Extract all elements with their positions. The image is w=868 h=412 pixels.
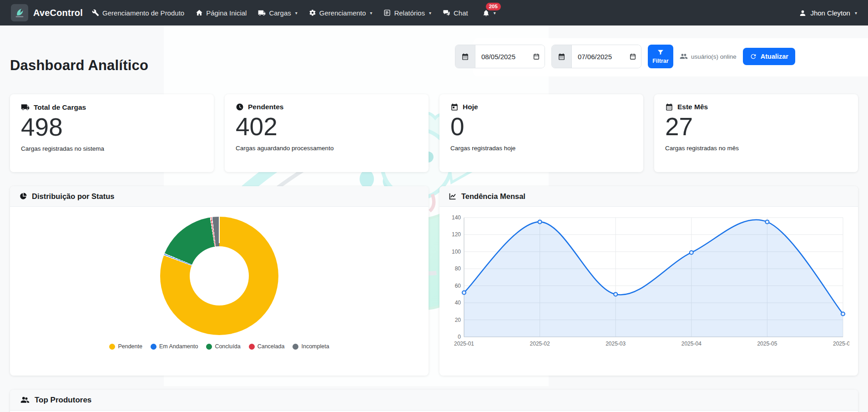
- stats-row: Total de Cargas 498 Cargas registradas n…: [10, 94, 858, 172]
- svg-text:2025-06: 2025-06: [833, 341, 849, 347]
- calendar-addon-icon: [552, 45, 572, 68]
- svg-text:60: 60: [455, 283, 461, 289]
- wrench-icon: [92, 9, 99, 16]
- nav-label: Página Inicial: [206, 9, 247, 17]
- legend-dot: [151, 344, 156, 350]
- user-menu[interactable]: Jhon Cleyton ▾: [799, 9, 857, 17]
- chevron-down-icon: ▾: [429, 10, 431, 15]
- calendar-icon: [665, 103, 673, 111]
- legend-dot: [293, 344, 298, 350]
- filter-button-label: Filtrar: [652, 58, 668, 64]
- top-producers-card: Top Produtores: [10, 390, 858, 412]
- refresh-icon: [750, 53, 757, 60]
- stat-card-total-cargas: Total de Cargas 498 Cargas registradas n…: [10, 94, 214, 172]
- status-chart-title: Distribuição por Status: [32, 192, 115, 201]
- charts-row: Distribuição por Status PendenteEm Andam…: [10, 186, 858, 376]
- chart-bar-icon: [384, 9, 391, 16]
- truck-icon: [258, 9, 266, 17]
- users-icon: [680, 52, 688, 61]
- stat-card-pendentes: Pendentes 402 Cargas aguardando processa…: [225, 94, 429, 172]
- svg-text:100: 100: [452, 249, 461, 255]
- clock-icon: [236, 103, 244, 111]
- chevron-down-icon: ▾: [855, 10, 857, 15]
- nav-label: Gerenciamento: [319, 9, 366, 17]
- nav-menu: Gerenciamento de Produto Página Inicial …: [92, 9, 496, 17]
- svg-text:140: 140: [452, 214, 461, 221]
- page-title: Dashboard Analítico: [10, 57, 148, 74]
- stat-card-hoje: Hoje 0 Cargas registradas hoje: [439, 94, 643, 172]
- nav-label: Cargas: [269, 9, 291, 17]
- stat-title: Pendentes: [248, 103, 283, 111]
- filter-button[interactable]: Filtrar: [648, 45, 673, 68]
- brand-logo-icon: [11, 4, 28, 21]
- stat-title: Hoje: [463, 103, 478, 111]
- chat-icon: [443, 9, 450, 17]
- top-producers-title: Top Produtores: [35, 396, 91, 405]
- end-date-picker-icon[interactable]: [625, 45, 641, 68]
- trend-chart: 0204060801001201402025-012025-022025-032…: [439, 207, 858, 358]
- status-legend: PendenteEm AndamentoConcluídaCanceladaIn…: [109, 343, 329, 350]
- legend-dot: [249, 344, 255, 350]
- brand-name: AveControl: [33, 8, 83, 18]
- svg-text:120: 120: [452, 231, 461, 238]
- stat-value: 27: [665, 113, 847, 141]
- nav-item-relatorios[interactable]: Relatórios ▾: [384, 9, 431, 17]
- nav-item-gerenciamento-de-produto[interactable]: Gerenciamento de Produto: [92, 9, 184, 17]
- svg-text:0: 0: [458, 334, 461, 340]
- calendar-addon-icon: [455, 45, 475, 68]
- trend-chart-title: Tendência Mensal: [461, 192, 525, 201]
- pie-chart-icon: [19, 192, 27, 200]
- user-name: Jhon Cleyton: [810, 9, 850, 17]
- funnel-icon: [657, 49, 664, 56]
- brand[interactable]: AveControl: [11, 4, 83, 21]
- svg-text:20: 20: [455, 317, 461, 323]
- nav-item-pagina-inicial[interactable]: Página Inicial: [196, 9, 247, 17]
- stat-subtitle: Cargas registradas no sistema: [21, 145, 203, 152]
- stat-card-este-mes: Este Mês 27 Cargas registradas no mês: [654, 94, 858, 172]
- svg-text:2025-01: 2025-01: [454, 341, 474, 347]
- stat-subtitle: Cargas registradas no mês: [665, 145, 847, 152]
- nav-item-chat[interactable]: Chat: [443, 9, 468, 17]
- stat-value: 0: [450, 113, 632, 141]
- stat-title: Este Mês: [677, 103, 708, 111]
- notifications-bell[interactable]: 205 ▾: [482, 9, 496, 17]
- legend-item-incompleta[interactable]: Incompleta: [293, 343, 329, 350]
- truck-icon: [21, 103, 30, 112]
- stat-value: 498: [21, 113, 203, 142]
- nav-label: Relatórios: [394, 9, 425, 17]
- svg-text:40: 40: [455, 300, 461, 306]
- stat-value: 402: [236, 113, 418, 141]
- online-users-label: usuário(s) online: [691, 53, 737, 60]
- nav-label: Chat: [454, 9, 468, 17]
- svg-text:2025-02: 2025-02: [530, 341, 550, 347]
- stat-subtitle: Cargas registradas hoje: [450, 145, 632, 152]
- legend-item-pendente[interactable]: Pendente: [109, 343, 142, 350]
- refresh-button-label: Atualizar: [761, 53, 788, 60]
- notifications-badge: 205: [486, 3, 501, 11]
- start-date-input[interactable]: [475, 45, 528, 68]
- online-users: usuário(s) online: [680, 52, 737, 61]
- line-chart-icon: [449, 192, 457, 200]
- user-icon: [799, 9, 807, 17]
- calendar-day-icon: [450, 103, 459, 111]
- start-date-picker-icon[interactable]: [528, 45, 545, 68]
- end-date-input[interactable]: [572, 45, 625, 68]
- dashboard-page: Dashboard Analítico: [0, 25, 868, 412]
- filter-bar: Filtrar usuário(s) online Atualizar: [449, 38, 858, 75]
- start-date-group: [455, 45, 545, 68]
- legend-item-em-andamento[interactable]: Em Andamento: [151, 343, 198, 350]
- legend-item-cancelada[interactable]: Cancelada: [249, 343, 285, 350]
- legend-dot: [206, 344, 212, 350]
- home-icon: [196, 9, 203, 16]
- refresh-button[interactable]: Atualizar: [743, 48, 795, 65]
- chevron-down-icon: ▾: [295, 10, 298, 15]
- nav-item-cargas[interactable]: Cargas ▾: [258, 9, 297, 17]
- legend-item-concluída[interactable]: Concluída: [206, 343, 240, 350]
- monthly-trend-card: Tendência Mensal 0204060801001201402025-…: [439, 186, 858, 376]
- svg-text:2025-04: 2025-04: [681, 341, 701, 347]
- nav-item-gerenciamento[interactable]: Gerenciamento ▾: [309, 9, 373, 17]
- end-date-group: [551, 45, 641, 68]
- top-navbar: AveControl Gerenciamento de Produto Pági…: [0, 0, 868, 25]
- chevron-down-icon: ▾: [370, 10, 372, 15]
- nav-label: Gerenciamento de Produto: [102, 9, 184, 17]
